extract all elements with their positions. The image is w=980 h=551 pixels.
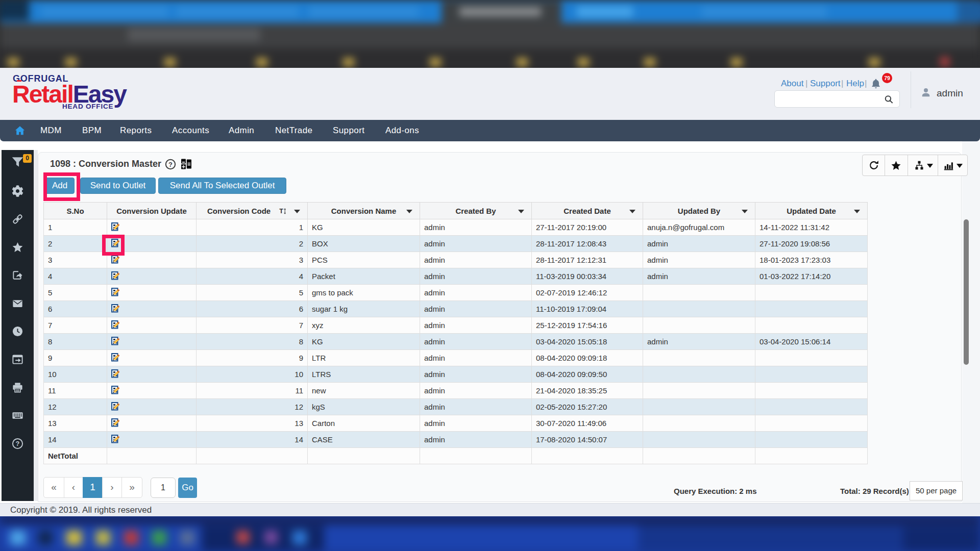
svg-text:?: ? <box>16 440 20 447</box>
svg-text:?: ? <box>168 161 173 168</box>
svg-text:T: T <box>279 208 283 215</box>
